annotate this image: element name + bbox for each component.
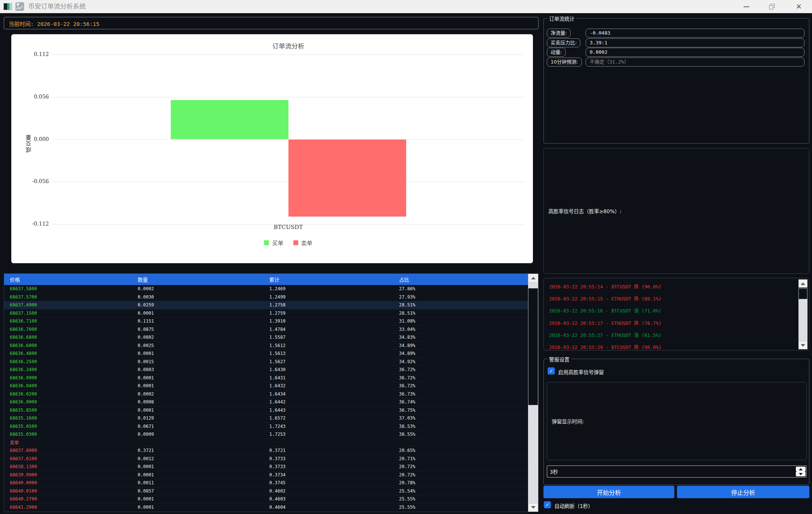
table-row[interactable]: 68636.02000.00021.643436.73%: [4, 390, 538, 399]
price-cell: 68636.2400: [10, 367, 138, 372]
table-row[interactable]: 68636.24000.08031.643036.72%: [4, 366, 538, 374]
qty-cell: 0.0001: [138, 496, 269, 502]
table-row[interactable]: 68637.60000.37210.372120.65%: [4, 447, 538, 455]
stat-label: 10分钟预测:: [547, 58, 582, 67]
percent-cell: 20.72%: [399, 472, 538, 478]
table-row[interactable]: 68636.60000.00251.561234.89%: [4, 342, 538, 350]
qty-cell: 0.0030: [138, 294, 269, 300]
log-entry[interactable]: 2026-03-22 20:55:14 - BTCUSDT 跌 (90.0%): [549, 283, 661, 290]
legend-label: 买单: [272, 239, 283, 247]
popup-time-label: 弹窗显示时间:: [552, 417, 584, 425]
order-flow-chart: 订单流分析 成交量 BTCUSDT 买单卖单 0.1120.0560.000-0…: [11, 34, 533, 263]
qty-cell: 0.0001: [138, 472, 269, 478]
chart-y-tick-label: -0.056: [27, 178, 49, 184]
table-row[interactable]: 68636.71000.11511.391031.08%: [4, 317, 538, 326]
table-row[interactable]: 68641.29000.00010.460425.55%: [4, 503, 538, 512]
table-row[interactable]: 68637.15000.00011.275928.51%: [4, 309, 538, 318]
scroll-up-button[interactable]: [528, 274, 538, 282]
popup-duration-spinbox[interactable]: 3秒: [547, 465, 807, 478]
cumulative-cell: 1.6443: [269, 408, 399, 413]
stop-analysis-button[interactable]: 停止分析: [677, 486, 809, 498]
auto-refresh-label: 自动刷新（1秒）: [554, 502, 593, 509]
buy-volume-bar: [171, 100, 288, 139]
stat-label: 买卖压力比:: [547, 38, 580, 47]
log-entry[interactable]: 2026-03-22 20:55:27 - ETHUSDT 涨 (81.5%): [549, 331, 661, 339]
table-row[interactable]: 68636.04000.00011.643236.72%: [4, 382, 538, 390]
qty-cell: 0.0001: [138, 311, 269, 316]
log-entry[interactable]: 2026-03-22 20:55:16 - BTCUSDT 涨 (71.0%): [549, 307, 661, 314]
scroll-up-button[interactable]: [798, 279, 807, 288]
scroll-down-button[interactable]: [528, 503, 538, 512]
spin-up-button[interactable]: [796, 467, 806, 472]
sell-volume-bar: [288, 139, 406, 217]
table-header-cell[interactable]: 价格: [10, 276, 138, 283]
arrow-up-icon: [799, 468, 803, 470]
qty-cell: 0.0803: [138, 367, 269, 372]
table-row[interactable]: 68635.03000.00091.725338.55%: [4, 431, 538, 439]
table-row[interactable]: 68640.27000.00010.460325.55%: [4, 495, 538, 503]
close-button[interactable]: ✕: [790, 0, 807, 13]
stat-label: 净流量:: [547, 29, 571, 38]
scroll-down-button[interactable]: [798, 341, 807, 349]
log-entry[interactable]: 2026-03-22 20:55:15 - ETHUSDT 跌 (89.1%): [549, 295, 661, 302]
current-time-box: 当前时间: 2026-03-22 20:56:15: [4, 17, 539, 29]
cumulative-cell: 1.7243: [269, 424, 399, 429]
maximize-button[interactable]: [763, 0, 780, 13]
price-cell: 68637.6100: [10, 456, 138, 461]
table-row[interactable]: 68638.13000.00010.373320.72%: [4, 463, 538, 471]
chart-gridline: [52, 55, 525, 55]
table-row[interactable]: 68636.25000.00151.562734.92%: [4, 358, 538, 366]
stat-value: 不确定（31.2%）: [586, 58, 804, 67]
qty-cell: 0.3721: [138, 448, 269, 453]
qty-cell: 0.0015: [138, 359, 269, 364]
table-row[interactable]: 68637.49000.02591.275828.51%: [4, 301, 538, 309]
percent-cell: 34.92%: [399, 359, 538, 364]
scrollbar-track[interactable]: [528, 282, 538, 288]
scrollbar-thumb[interactable]: [798, 288, 807, 299]
table-row[interactable]: 68637.57000.00301.249927.93%: [4, 293, 538, 302]
qty-cell: 0.0875: [138, 327, 269, 332]
minimize-button[interactable]: [738, 0, 755, 13]
popup-duration-value: 3秒: [550, 468, 558, 475]
scrollbar-track[interactable]: [798, 299, 807, 341]
table-header-cell[interactable]: 数量: [138, 276, 269, 283]
table-row[interactable]: 68636.70000.08751.478433.04%: [4, 326, 538, 334]
qty-cell: 0.0001: [138, 464, 269, 469]
log-scrollbar[interactable]: [798, 279, 807, 349]
table-header-cell[interactable]: 占比: [399, 276, 538, 283]
percent-cell: 20.72%: [399, 464, 538, 469]
auto-refresh-checkbox[interactable]: ✓: [544, 501, 551, 508]
table-row[interactable]: 68635.16000.01291.657237.03%: [4, 414, 538, 423]
table-row[interactable]: 68636.00000.00081.644236.74%: [4, 398, 538, 406]
qty-cell: 0.0001: [138, 351, 269, 356]
chart-y-tick-label: -0.112: [27, 221, 49, 227]
start-analysis-button[interactable]: 开始分析: [543, 486, 674, 498]
table-row[interactable]: 68637.58000.00021.246927.86%: [4, 285, 538, 293]
table-row[interactable]: 68639.99000.00010.373420.72%: [4, 471, 538, 479]
table-row[interactable]: 68635.85000.00011.644336.75%: [4, 406, 538, 415]
scrollbar-track[interactable]: [528, 405, 538, 503]
log-entry[interactable]: 2026-03-22 20:55:29 - BTCUSDT 跌 (90.0%): [549, 343, 661, 350]
table-header-cell[interactable]: 累计: [269, 276, 399, 283]
log-entry[interactable]: 2026-03-22 20:55:17 - ETHUSDT 跌 (78.7%): [549, 319, 661, 327]
table-header-row: 价格数量累计占比: [4, 274, 538, 285]
percent-cell: 38.53%: [399, 424, 538, 429]
table-row[interactable]: 68637.61000.00120.373320.71%: [4, 455, 538, 463]
price-cell: 68638.1300: [10, 464, 138, 469]
table-row[interactable]: 68636.68000.08021.558734.83%: [4, 334, 538, 342]
table-section-row[interactable]: 卖单: [4, 439, 538, 447]
popup-time-label-box: 弹窗显示时间:: [547, 382, 807, 460]
table-row[interactable]: 68640.00000.00110.374520.78%: [4, 479, 538, 487]
alert-settings-group: 警报设置 ✓ 启用高胜率信号弹窗 弹窗显示时间: 3秒: [543, 359, 809, 485]
table-row[interactable]: 68635.05000.06711.724338.53%: [4, 423, 538, 431]
enable-popup-checkbox[interactable]: ✓: [548, 367, 555, 375]
qty-cell: 0.0012: [138, 456, 269, 461]
spin-down-button[interactable]: [796, 472, 806, 476]
price-cell: 68635.1600: [10, 415, 138, 421]
table-scrollbar[interactable]: [528, 274, 538, 512]
stat-row: 买卖压力比:3.39:1: [547, 38, 804, 47]
scrollbar-thumb[interactable]: [528, 288, 538, 405]
table-row[interactable]: 68636.09000.00011.643136.72%: [4, 374, 538, 382]
table-row[interactable]: 68636.48000.00011.561334.89%: [4, 350, 538, 358]
table-row[interactable]: 68640.01000.08570.460225.54%: [4, 487, 538, 496]
